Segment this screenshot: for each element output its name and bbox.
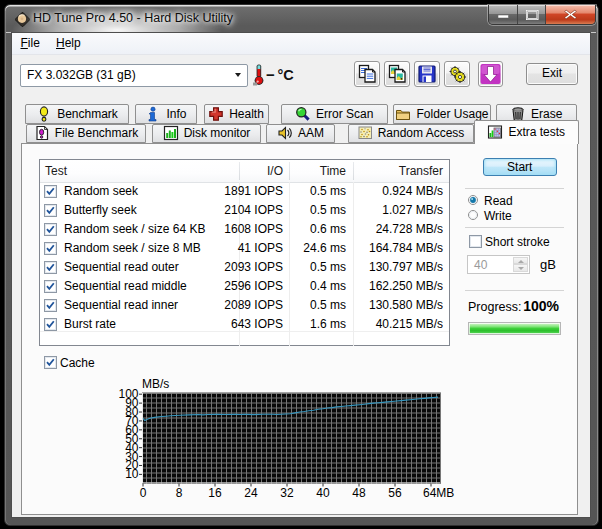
svg-text:16: 16 (208, 486, 222, 500)
svg-text:48: 48 (352, 486, 366, 500)
svg-text:0: 0 (140, 486, 147, 500)
svg-text:40: 40 (316, 486, 330, 500)
svg-text:8: 8 (176, 486, 183, 500)
svg-text:24: 24 (244, 486, 258, 500)
svg-text:MB/s: MB/s (142, 377, 169, 391)
svg-text:10: 10 (125, 467, 139, 481)
svg-text:64MB: 64MB (423, 486, 454, 500)
svg-text:32: 32 (280, 486, 294, 500)
svg-text:56: 56 (388, 486, 402, 500)
